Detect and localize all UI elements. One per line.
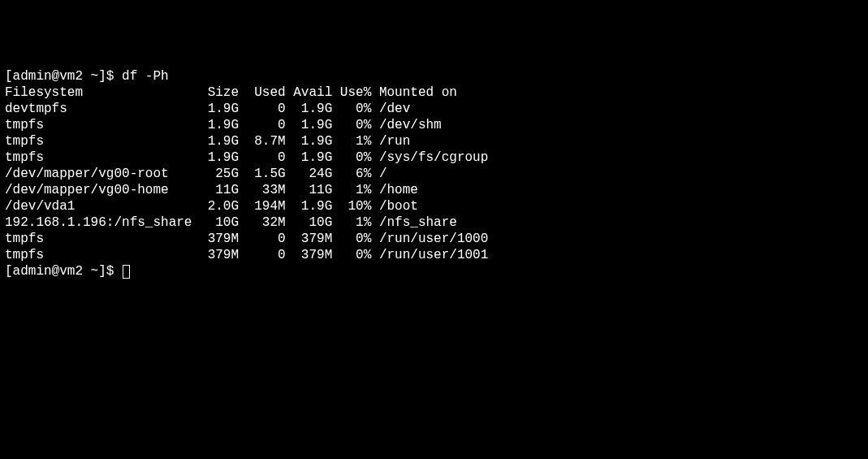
terminal-output: [admin@vm2 ~]$ df -Ph Filesystem Size Us… [5, 68, 863, 279]
prompt-line-1: [admin@vm2 ~]$ df -Ph [5, 69, 169, 84]
prompt-line-2[interactable]: [admin@vm2 ~]$ [5, 264, 130, 279]
shell-prompt: [admin@vm2 ~]$ [5, 69, 122, 84]
command-text: df -Ph [122, 69, 169, 84]
shell-prompt: [admin@vm2 ~]$ [5, 264, 122, 279]
df-header-line: Filesystem Size Used Avail Use% Mounted … [5, 85, 457, 100]
cursor-icon [123, 265, 130, 279]
df-data-rows: devtmpfs 1.9G 0 1.9G 0% /dev tmpfs 1.9G … [5, 102, 488, 262]
